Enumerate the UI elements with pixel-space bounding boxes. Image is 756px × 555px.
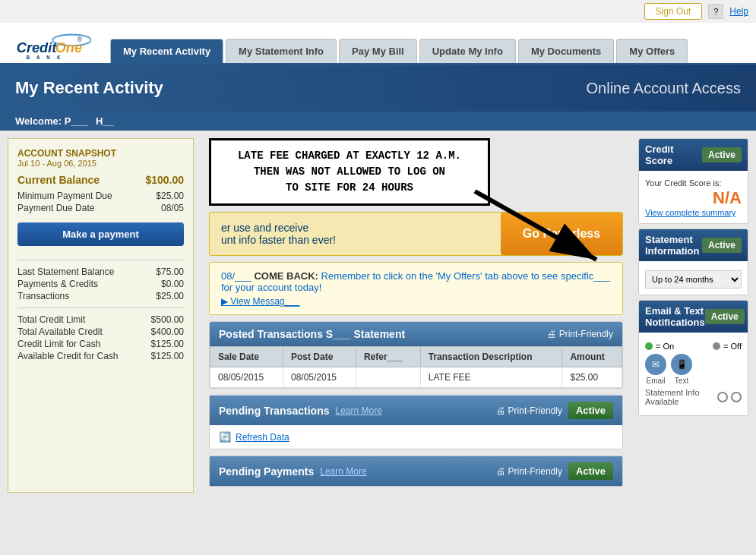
message-date: 08/___ (221, 270, 251, 282)
refresh-icon: 🔄 (219, 431, 231, 443)
payments-learn-more[interactable]: Learn More (320, 466, 366, 477)
col-description: Transaction Description (420, 347, 562, 367)
pending-payments-title: Pending Payments (219, 465, 314, 478)
pending-print-friendly[interactable]: 🖨 Print-Friendly (496, 405, 562, 416)
cash-limit-value: $125.00 (151, 339, 184, 349)
pending-transactions-section: Pending Transactions Learn More 🖨 Print-… (209, 395, 623, 449)
total-credit-label: Total Credit Limit (17, 314, 85, 325)
message-box: 08/___ COME BACK: Remember to click on t… (209, 262, 623, 315)
credit-score-title: Credit Score (645, 143, 702, 166)
promo-line2: unt info faster than ever! (221, 234, 489, 246)
last-stmt-label: Last Statement Balance (17, 266, 114, 277)
stmt-radio-text[interactable] (731, 392, 742, 402)
email-text-active: Active (705, 309, 745, 324)
go-paperless-button[interactable]: Go Paperless (501, 213, 622, 255)
email-text-body: = On = Off ✉ Email 📱 Text (639, 333, 748, 415)
nav-tabs: My Recent Activity My Statement Info Pay… (110, 39, 688, 63)
credit-score-value: N/A (713, 188, 742, 208)
cash-limit-label: Credit Limit for Cash (17, 339, 100, 349)
last-stmt-value: $75.00 (156, 266, 184, 277)
min-payment-value: $25.00 (156, 191, 184, 201)
pending-transactions-header: Pending Transactions Learn More 🖨 Print-… (210, 396, 622, 425)
tab-recent-activity[interactable]: My Recent Activity (110, 39, 223, 63)
annotation-area: LATE FEE CHARGED AT EXACTLY 12 A.M. THEN… (209, 138, 623, 206)
off-indicator: = Off (713, 342, 742, 351)
col-post-date: Post Date (283, 347, 356, 367)
tab-documents[interactable]: My Documents (518, 39, 614, 63)
tab-statement-info[interactable]: My Statement Info (226, 39, 337, 63)
tab-pay-bill[interactable]: Pay My Bill (339, 39, 417, 63)
total-credit-value: $500.00 (151, 314, 184, 325)
printer-icon: 🖨 (547, 329, 556, 339)
snapshot-date: Jul 10 - Aug 06, 2015 (17, 159, 184, 168)
account-snapshot: ACCOUNT SNAPSHOT Jul 10 - Aug 06, 2015 C… (8, 138, 194, 493)
view-message-link[interactable]: ▶ View Messag___ (221, 296, 300, 307)
available-credit-value: $400.00 (151, 326, 184, 337)
pending-learn-more[interactable]: Learn More (335, 405, 381, 416)
promo-banner: er use and receive unt info faster than … (209, 212, 623, 256)
col-sale-date: Sale Date (210, 347, 283, 367)
stmt-info-available-label: Statement Info Available (645, 388, 717, 406)
payments-value: $0.00 (161, 279, 184, 289)
on-off-row: = On = Off (645, 339, 742, 354)
cell-description: LATE FEE (420, 367, 562, 388)
pending-transactions-title: Pending Transactions (219, 405, 329, 417)
right-sidebar: Credit Score Active Your Credit Score is… (631, 131, 756, 500)
transactions-table: Sale Date Post Date Refer___ Transaction… (210, 346, 622, 388)
cell-sale-date: 08/05/2015 (210, 367, 283, 388)
posted-transactions-title: Posted Transactions S___ Statement (219, 328, 405, 340)
statement-info-widget: Statement Information Active Up to 24 mo… (638, 229, 748, 295)
email-text-title: Email & Text Notifications (645, 305, 705, 328)
email-label: Email (646, 377, 665, 385)
cash-available-label: Available Credit for Cash (17, 351, 119, 361)
main-content: ACCOUNT SNAPSHOT Jul 10 - Aug 06, 2015 C… (0, 131, 756, 500)
message-title: 08/___ COME BACK: Remember to click on t… (221, 270, 611, 293)
stmt-radio-group (717, 392, 742, 402)
credit-score-body: Your Credit Score is: N/A View complete … (639, 171, 748, 223)
table-row: 08/05/2015 08/05/2015 LATE FEE $25.00 (210, 367, 622, 388)
statement-info-header: Statement Information Active (639, 229, 748, 261)
message-header: COME BACK: (254, 270, 318, 282)
posted-transactions-header: Posted Transactions S___ Statement 🖨 Pri… (210, 322, 622, 346)
statement-info-body: Up to 24 months (639, 261, 748, 295)
make-payment-button[interactable]: Make a payment (17, 222, 184, 246)
page-header: My Recent Activity Online Account Access (0, 65, 756, 112)
cell-post-date: 08/05/2015 (283, 367, 356, 388)
col-ref: Refer___ (356, 347, 420, 367)
text-label: Text (675, 377, 688, 385)
refresh-link[interactable]: Refresh Data (236, 432, 289, 443)
on-dot (645, 342, 653, 350)
notif-icons-row: ✉ Email 📱 Text (645, 354, 742, 385)
pending-active-badge: Active (568, 402, 613, 419)
center-content: LATE FEE CHARGED AT EXACTLY 12 A.M. THEN… (201, 131, 631, 500)
svg-text:Credit: Credit (17, 40, 57, 55)
current-balance-value: $100.00 (145, 174, 184, 186)
on-indicator: = On (645, 342, 674, 351)
pending-payments-header: Pending Payments Learn More 🖨 Print-Frie… (210, 456, 622, 486)
pending-payments-section: Pending Payments Learn More 🖨 Print-Frie… (209, 456, 623, 487)
payments-print-friendly[interactable]: 🖨 Print-Friendly (496, 466, 562, 477)
tab-offers[interactable]: My Offers (616, 39, 688, 63)
payments-active-badge: Active (568, 462, 613, 480)
off-dot (713, 342, 720, 350)
sign-out-button[interactable]: Sign Out (644, 3, 703, 20)
view-summary-link[interactable]: View complete summary (645, 208, 742, 217)
cell-amount: $25.00 (562, 367, 622, 388)
off-label: = Off (723, 342, 742, 351)
promo-text: er use and receive unt info faster than … (210, 213, 501, 255)
logo: Credit One B A N K ® (11, 29, 95, 63)
stmt-radio-email[interactable] (717, 392, 728, 402)
cash-available-value: $125.00 (151, 351, 184, 361)
months-select[interactable]: Up to 24 months (645, 270, 742, 289)
help-link[interactable]: Help (729, 6, 748, 17)
payment-due-label: Payment Due Date (17, 203, 94, 213)
statement-info-active: Active (702, 238, 742, 253)
credit-score-header: Credit Score Active (639, 139, 748, 171)
print-friendly-link[interactable]: 🖨 Print-Friendly (547, 329, 613, 339)
payments-label: Payments & Credits (17, 279, 98, 289)
tab-update-info[interactable]: Update My Info (419, 39, 516, 63)
svg-text:®: ® (77, 36, 82, 43)
transactions-label: Transactions (17, 291, 69, 301)
cell-ref (356, 367, 420, 388)
statement-info-title: Statement Information (645, 234, 702, 257)
